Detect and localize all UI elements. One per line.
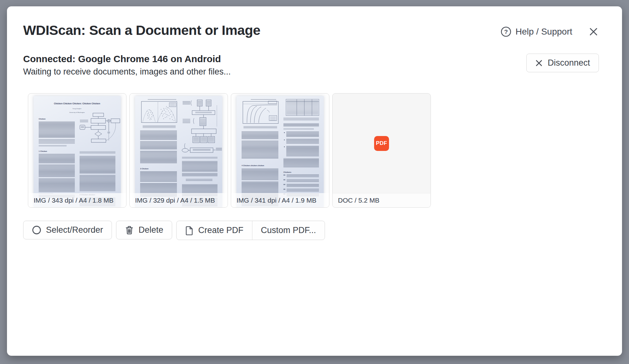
connection-status: Connected: Google Chrome 146 on Android … — [23, 54, 231, 77]
connection-status-row: Connected: Google Chrome 146 on Android … — [23, 54, 599, 77]
svg-text:Chicken: Chicken — [39, 118, 46, 120]
thumbnail-card-4[interactable]: PDF DOC / 5.2 MB — [332, 93, 431, 208]
connection-status-subtext: Waiting to receive documents, images and… — [23, 67, 231, 77]
thumbnail-card-1[interactable]: Chicken Chicken Chicken: Chicken Chicken… — [28, 93, 126, 208]
header-actions: ? Help / Support — [501, 26, 599, 37]
svg-text:University of Washington: University of Washington — [69, 112, 85, 113]
page-title: WDIScan: Scan a Document or Image — [23, 23, 260, 38]
scanned-page-preview-2: 3 Chicken — [135, 96, 222, 207]
create-pdf-label: Create PDF — [198, 225, 243, 235]
custom-pdf-button[interactable]: Custom PDF... — [252, 221, 325, 240]
svg-text:1 Chicken: 1 Chicken — [39, 150, 47, 152]
disconnect-label: Disconnect — [548, 58, 590, 68]
pdf-preview-body: PDF — [333, 94, 431, 193]
dialog-header: WDIScan: Scan a Document or Image ? Help… — [23, 23, 599, 38]
help-label: Help / Support — [516, 27, 572, 37]
radio-circle-icon — [32, 225, 41, 235]
help-support-link[interactable]: ? Help / Support — [501, 26, 572, 37]
received-files-list: Chicken Chicken Chicken: Chicken Chicken… — [28, 93, 599, 208]
action-toolbar: Select/Reorder Delete — [23, 221, 599, 240]
thumbnail-caption: IMG / 343 dpi / A4 / 1.8 MB — [28, 193, 126, 207]
svg-text:Chicken Chicken Chicken: Chick: Chicken Chicken Chicken: Chicken Chicken — [54, 102, 100, 105]
custom-pdf-label: Custom PDF... — [261, 225, 316, 235]
page-3-drawing: 4 Chicken chicken chicken — [237, 96, 324, 207]
trash-icon — [125, 225, 134, 235]
pdf-button-group: Create PDF Custom PDF... — [176, 221, 325, 240]
page-1-flowchart-figure — [80, 113, 120, 142]
disconnect-x-icon — [535, 59, 543, 67]
svg-text:Chickens: Chickens — [283, 171, 291, 173]
close-icon[interactable] — [588, 26, 599, 37]
scanned-page-preview-3: 4 Chicken chicken chicken — [237, 96, 324, 207]
svg-text:4 Chicken chicken chicken: 4 Chicken chicken chicken — [242, 165, 264, 166]
disconnect-button[interactable]: Disconnect — [526, 54, 599, 72]
page-2-pipeline-figure — [182, 100, 217, 153]
file-icon — [185, 226, 193, 235]
create-pdf-button[interactable]: Create PDF — [177, 221, 252, 240]
delete-button[interactable]: Delete — [116, 221, 172, 239]
thumbnail-card-3[interactable]: 4 Chicken chicken chicken — [231, 93, 329, 208]
page-1-drawing: Chicken Chicken Chicken: Chicken Chicken… — [34, 96, 121, 207]
page-2-scatter-points — [147, 106, 174, 121]
svg-text:?: ? — [504, 29, 508, 35]
svg-text:Doug Zongker: Doug Zongker — [73, 108, 81, 109]
wdiscan-dialog: WDIScan: Scan a Document or Image ? Help… — [7, 6, 622, 356]
help-icon: ? — [501, 26, 511, 37]
thumbnail-caption: IMG / 341 dpi / A4 / 1.9 MB — [231, 193, 329, 207]
thumbnail-caption: DOC / 5.2 MB — [333, 193, 431, 207]
pdf-badge-icon: PDF — [374, 136, 389, 151]
thumbnail-caption: IMG / 329 dpi / A4 / 1.5 MB — [130, 193, 228, 207]
thumbnail-card-2[interactable]: 3 Chicken — [129, 93, 228, 208]
page-2-drawing: 3 Chicken — [135, 96, 222, 207]
select-reorder-button[interactable]: Select/Reorder — [23, 221, 112, 239]
delete-label: Delete — [139, 225, 163, 235]
scanned-page-preview-1: Chicken Chicken Chicken: Chicken Chicken… — [34, 96, 121, 207]
page-2-scatter-figure — [141, 101, 177, 123]
connection-status-heading: Connected: Google Chrome 146 on Android — [23, 54, 231, 64]
page-3-linechart-figure — [243, 101, 278, 124]
svg-text:3 Chicken: 3 Chicken — [140, 168, 149, 170]
select-reorder-label: Select/Reorder — [46, 225, 103, 235]
